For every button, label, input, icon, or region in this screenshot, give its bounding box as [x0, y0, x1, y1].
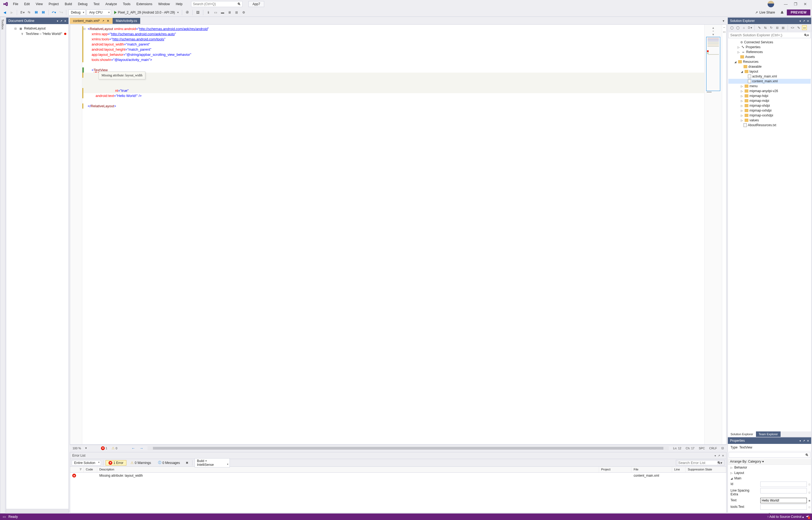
tab-team-explorer[interactable]: Team Explorer [756, 432, 781, 437]
editor-side-controls[interactable]: ↔▭ [722, 25, 726, 444]
se-fwd-icon[interactable]: ◯ [735, 25, 740, 30]
panel-close-icon[interactable]: ✕ [807, 439, 809, 442]
se-item[interactable]: ▷▪▪References [728, 50, 811, 54]
prop-input-id[interactable] [760, 482, 807, 487]
device-btn-3[interactable]: ▬ [220, 9, 225, 16]
panel-close-icon[interactable]: ✕ [722, 454, 724, 457]
se-item-selected[interactable]: content_main.xml [728, 79, 811, 84]
prop-input-text[interactable] [760, 498, 807, 503]
panel-dropdown-icon[interactable]: ▾ [57, 20, 58, 23]
prop-cat-behavior[interactable]: ▷Behavior [728, 465, 811, 470]
menu-file[interactable]: File [10, 1, 21, 7]
menu-window[interactable]: Window [156, 1, 173, 7]
preview-badge[interactable]: PREVIEW [787, 9, 810, 16]
se-item[interactable]: ▷values [728, 118, 811, 123]
error-list-search[interactable]: 🔍︎▾ [676, 460, 725, 466]
se-item[interactable]: ▷mipmap-xxxhdpi [728, 113, 811, 118]
quick-search[interactable]: 🔍︎ [191, 1, 243, 7]
editor-minimap[interactable]: ▲＋▼ [704, 25, 722, 444]
outline-node-textview[interactable]: T TextView – "Hello World!" [7, 31, 67, 36]
tool-btn-1[interactable]: 🧭︎ [184, 9, 190, 16]
prop-marker-icon[interactable]: ◻ [807, 481, 811, 488]
prop-cat-main[interactable]: ◢Main [728, 475, 811, 481]
prop-marker-icon[interactable]: ◼ [807, 497, 811, 504]
se-item[interactable]: AboutResources.txt [728, 123, 811, 128]
user-avatar[interactable] [767, 1, 774, 7]
menu-tools[interactable]: Tools [120, 1, 133, 7]
panel-dropdown-icon[interactable]: ▾ [800, 439, 801, 442]
prop-marker-icon[interactable]: ◻ [807, 504, 811, 510]
solution-name-dropdown[interactable]: App7 [249, 1, 264, 7]
nav-fwd-arrow[interactable]: → [139, 446, 143, 450]
panel-pin-icon[interactable]: 📌︎ [803, 439, 805, 442]
prop-input-toolstext[interactable] [760, 504, 807, 510]
menu-edit[interactable]: Edit [21, 1, 32, 7]
panel-pin-icon[interactable]: 📌︎ [803, 20, 805, 23]
nav-back-arrow[interactable]: ← [131, 446, 135, 450]
menu-help[interactable]: Help [173, 1, 185, 7]
se-item[interactable]: ▷mipmap-xxhdpi [728, 108, 811, 113]
se-tool2-icon[interactable]: ⇆ [763, 25, 767, 30]
panel-dropdown-icon[interactable]: ▾ [715, 454, 716, 457]
se-item[interactable]: ◢layout [728, 69, 811, 74]
toolbox-tab[interactable]: Toolbox [0, 17, 5, 514]
error-list-table[interactable]: ⁷⁄ Code Description Project File Line Su… [70, 467, 726, 513]
zoom-level[interactable]: 100 % [73, 447, 81, 450]
overflow-icon[interactable]: ⊡ [721, 446, 724, 450]
se-item[interactable]: ▷mipmap-xhdpi [728, 103, 811, 108]
arrange-by-dropdown[interactable]: Arrange By: Category ▾ [728, 459, 811, 465]
line-ending[interactable]: CRLF [709, 447, 717, 450]
notifications-button[interactable]: 📢︎2 [806, 515, 809, 519]
se-item[interactable]: ▷🔧︎Properties [728, 45, 811, 50]
source-control-button[interactable]: ↑ Add to Source Control ▴ [767, 515, 804, 519]
code-editor[interactable]: ⊟<RelativeLayout xmlns:android="http://s… [82, 25, 704, 444]
se-item[interactable]: ▷menu [728, 84, 811, 88]
menu-build[interactable]: Build [62, 1, 75, 7]
open-button[interactable]: 📂︎ [26, 9, 32, 16]
se-sync-icon[interactable]: 🗋▾ [747, 25, 752, 30]
build-intellisense-dropdown[interactable]: Build + IntelliSense [195, 458, 230, 467]
save-button[interactable]: 💾︎ [33, 9, 39, 16]
editor-hscrollbar[interactable] [147, 446, 669, 450]
menu-project[interactable]: Project [46, 1, 61, 7]
panel-dropdown-icon[interactable]: ▾ [800, 20, 801, 23]
collapse-icon[interactable]: ⊟ [14, 27, 17, 30]
error-row[interactable]: ✕ Missing attribute: layout_width conten… [70, 473, 726, 478]
indent-mode[interactable]: SPC [699, 447, 705, 450]
menu-analyze[interactable]: Analyze [103, 1, 120, 7]
nav-forward-button[interactable]: ▶ [9, 9, 15, 16]
panel-close-icon[interactable]: ✕ [64, 20, 66, 23]
prop-cat-layout[interactable]: ▷Layout [728, 470, 811, 475]
panel-pin-icon[interactable]: 📌︎ [718, 454, 720, 457]
menu-extensions[interactable]: Extensions [134, 1, 155, 7]
se-showall-icon[interactable]: ▤ [781, 25, 785, 30]
se-item[interactable]: ◢Resources [728, 59, 811, 64]
se-item[interactable]: ▷mipmap-hdpi [728, 94, 811, 98]
undo-button[interactable]: ↶▾ [51, 9, 57, 16]
errors-filter[interactable]: ✕1 Error [106, 460, 127, 466]
scrollbar-horizontal[interactable] [6, 509, 68, 513]
se-item[interactable]: ▷mipmap-mdpi [728, 98, 811, 103]
device-btn-4[interactable]: 🖥︎ [227, 9, 232, 16]
se-view-icon[interactable]: ▭ [802, 25, 807, 30]
se-collapse-icon[interactable]: ⊟ [775, 25, 780, 30]
device-btn-6[interactable]: ⚙︎ [241, 9, 247, 16]
quick-search-input[interactable] [193, 2, 237, 6]
se-code-icon[interactable]: <> [790, 25, 795, 30]
editor-tab-inactive[interactable]: MainActivity.cs [113, 18, 140, 24]
se-props-icon[interactable]: 🔧︎ [796, 25, 801, 30]
prop-input-linespacing[interactable] [760, 488, 807, 493]
clear-filter-button[interactable]: ✖︎ [184, 460, 190, 466]
menu-debug[interactable]: Debug [75, 1, 90, 7]
new-item-button[interactable]: 📄︎▾ [19, 9, 25, 16]
run-target-dropdown[interactable]: Pixel_2_API_29 (Android 10.0 - API 29) [112, 9, 180, 16]
se-home-icon[interactable]: ⌂ [741, 25, 746, 30]
device-btn-5[interactable]: ⊞ [233, 9, 240, 16]
editor-tab-active[interactable]: content_main.xml* 📌︎ ✕ [70, 18, 113, 24]
error-scope-dropdown[interactable]: Entire Solution [72, 460, 101, 466]
minimize-button[interactable]: — [783, 2, 788, 6]
tool-btn-2[interactable]: 🖼︎ [195, 9, 201, 16]
menu-test[interactable]: Test [91, 1, 102, 7]
document-outline-tree[interactable]: ⊟ ▦ RelativeLayout T TextView – "Hello W… [6, 24, 68, 509]
se-item[interactable]: Assets [728, 54, 811, 59]
